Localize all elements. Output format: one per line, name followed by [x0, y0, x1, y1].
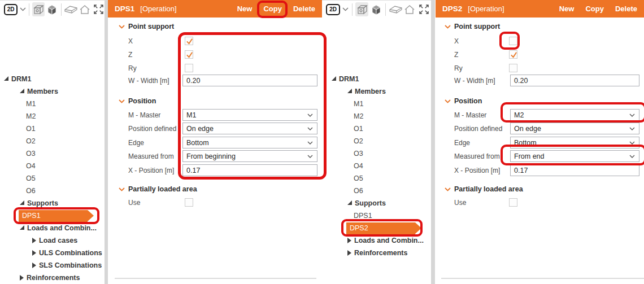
position-defined-select[interactable]: On edge: [510, 123, 639, 134]
tree-item-label: DPS1: [19, 210, 88, 222]
chevron-down-icon[interactable]: [341, 4, 350, 15]
collapse-icon[interactable]: [4, 76, 8, 81]
x-checkbox[interactable]: [509, 37, 517, 45]
tree-item-label: O4: [26, 162, 36, 170]
view-mode-2d-button[interactable]: 2D: [326, 4, 340, 15]
new-button[interactable]: New: [237, 5, 253, 13]
collapse-icon[interactable]: [347, 200, 352, 205]
tree-item-o5[interactable]: O5: [328, 172, 430, 185]
fit-to-window-icon[interactable]: [92, 2, 105, 16]
x-position-input[interactable]: 0.17: [510, 164, 639, 176]
collapse-icon[interactable]: [332, 76, 336, 81]
delete-button[interactable]: Delete: [293, 5, 315, 13]
row-use: Use: [436, 196, 644, 209]
tree-item-m2[interactable]: M2: [0, 110, 104, 123]
z-checkbox[interactable]: [185, 50, 193, 59]
tree-item-o1[interactable]: O1: [328, 123, 430, 135]
section-position[interactable]: Position: [436, 95, 644, 107]
section-point-support[interactable]: Point support: [108, 20, 322, 33]
wireframe-view-icon[interactable]: [32, 2, 45, 16]
tree-item-dps1[interactable]: DPS1: [328, 209, 430, 222]
tree-item-reinforcements[interactable]: Reinforcements: [0, 272, 104, 284]
tree-item-drm1[interactable]: DRM1: [328, 73, 430, 85]
copy-button[interactable]: Copy: [263, 5, 282, 13]
edge-select[interactable]: Bottom: [510, 137, 639, 148]
collapse-icon[interactable]: [20, 200, 24, 205]
toolbar-separator: [385, 3, 386, 16]
tree-item-drm1[interactable]: DRM1: [0, 73, 104, 85]
tree-item-o3[interactable]: O3: [0, 147, 104, 160]
tree-item-label: M2: [354, 112, 363, 120]
fit-to-window-icon[interactable]: [417, 2, 430, 16]
collapse-icon[interactable]: [347, 89, 352, 93]
collapse-icon[interactable]: [20, 89, 24, 93]
tree-item-o6[interactable]: O6: [328, 185, 430, 197]
section-cut-icon[interactable]: [389, 2, 402, 16]
solid-view-icon[interactable]: [46, 2, 58, 16]
x-checkbox[interactable]: [185, 37, 193, 45]
tree-item-o4[interactable]: O4: [328, 160, 430, 172]
tree-item-m1[interactable]: M1: [0, 98, 104, 110]
expand-icon[interactable]: [32, 250, 36, 256]
section-partially-loaded-area[interactable]: Partially loaded area: [436, 183, 644, 195]
tree-item-loads-and-combin[interactable]: Loads and Combin...: [0, 222, 104, 234]
tree-item-dps1[interactable]: DPS1: [0, 209, 104, 222]
tree-item-o4[interactable]: O4: [0, 160, 104, 172]
edge-select[interactable]: Bottom: [182, 137, 317, 148]
master-select[interactable]: M2: [510, 109, 639, 121]
tree-item-m2[interactable]: M2: [328, 110, 430, 123]
measured-from-select[interactable]: From end: [510, 150, 639, 162]
x-position-input[interactable]: 0.17: [182, 164, 317, 176]
section-point-support[interactable]: Point support: [436, 20, 644, 33]
z-checkbox[interactable]: [509, 50, 517, 59]
tree-item-supports[interactable]: Supports: [0, 197, 104, 209]
collapse-icon[interactable]: [20, 225, 24, 230]
expand-icon[interactable]: [347, 238, 351, 243]
use-checkbox[interactable]: [185, 198, 193, 207]
home-view-icon[interactable]: [403, 2, 416, 16]
tree-item-o5[interactable]: O5: [0, 172, 104, 185]
scrollbar-right[interactable]: [431, 0, 435, 284]
tree-item-reinforcements[interactable]: Reinforcements: [328, 247, 430, 259]
use-checkbox[interactable]: [509, 198, 517, 207]
solid-view-icon[interactable]: [369, 2, 382, 16]
section-partially-loaded-area[interactable]: Partially loaded area: [108, 183, 322, 195]
tree-item-o2[interactable]: O2: [328, 135, 430, 147]
section-cut-icon[interactable]: [64, 2, 77, 16]
tree-item-o1[interactable]: O1: [0, 123, 104, 135]
tree-item-m1[interactable]: M1: [328, 98, 430, 110]
expand-icon[interactable]: [32, 263, 36, 268]
delete-button[interactable]: Delete: [615, 5, 637, 13]
position-defined-select[interactable]: On edge: [182, 123, 317, 134]
tree-item-members[interactable]: Members: [0, 85, 104, 98]
view-mode-2d-button[interactable]: 2D: [4, 4, 18, 15]
panel-bottom-divider: [441, 278, 644, 279]
width-input[interactable]: 0.20: [510, 75, 639, 86]
tree-item-load-cases[interactable]: Load cases: [0, 234, 104, 247]
ry-checkbox[interactable]: [185, 64, 193, 72]
tree-item-sls-combinations[interactable]: SLS Combinations: [0, 259, 104, 272]
tree-item-uls-combinations[interactable]: ULS Combinations: [0, 247, 104, 259]
row-support-ry: Ry: [108, 62, 322, 75]
tree-item-loads-and-combin[interactable]: Loads and Combin...: [328, 234, 430, 247]
tree-item-o3[interactable]: O3: [328, 147, 430, 160]
tree-item-supports[interactable]: Supports: [328, 197, 430, 209]
measured-from-select[interactable]: From beginning: [182, 150, 317, 162]
expand-icon[interactable]: [32, 238, 36, 243]
wireframe-view-icon[interactable]: [355, 2, 368, 16]
tree-item-o2[interactable]: O2: [0, 135, 104, 147]
master-select[interactable]: M1: [182, 109, 317, 121]
field-label: Z: [128, 51, 132, 59]
chevron-down-icon[interactable]: [19, 4, 27, 15]
tree-item-dps2[interactable]: DPS2: [328, 222, 430, 234]
tree-item-o6[interactable]: O6: [0, 185, 104, 197]
expand-icon[interactable]: [20, 275, 24, 281]
home-view-icon[interactable]: [79, 2, 91, 16]
tree-item-members[interactable]: Members: [328, 85, 430, 98]
expand-icon[interactable]: [347, 250, 351, 256]
new-button[interactable]: New: [559, 5, 575, 13]
section-position[interactable]: Position: [108, 95, 322, 107]
copy-button[interactable]: Copy: [585, 5, 604, 13]
ry-checkbox[interactable]: [509, 64, 517, 72]
width-input[interactable]: 0.20: [182, 75, 317, 86]
